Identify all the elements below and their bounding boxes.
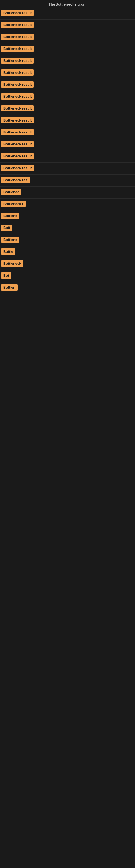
bottleneck-badge[interactable]: Bottlenec bbox=[1, 189, 21, 195]
bottleneck-badge[interactable]: Bot bbox=[1, 272, 11, 279]
list-item: Bottleneck result bbox=[0, 151, 135, 163]
list-item: Bottleneck result bbox=[0, 8, 135, 20]
list-item: Bottleneck result bbox=[0, 20, 135, 31]
list-item: Bottleneck result bbox=[0, 91, 135, 103]
list-item: Bottle bbox=[0, 246, 135, 258]
bottleneck-badge[interactable]: Bottleneck result bbox=[1, 117, 34, 123]
bottleneck-badge[interactable]: Bottleneck result bbox=[1, 69, 34, 76]
list-item: Bottlene bbox=[0, 211, 135, 222]
bottleneck-badge[interactable]: Bottleneck result bbox=[1, 34, 34, 40]
list-item: Bottlen bbox=[0, 282, 135, 294]
bottleneck-badge[interactable]: Bottleneck result bbox=[1, 82, 34, 88]
list-item: Bottleneck result bbox=[0, 55, 135, 67]
list-item: Bottleneck r bbox=[0, 198, 135, 211]
list-item: Bottlenec bbox=[0, 187, 135, 198]
site-header: TheBottlenecker.com bbox=[0, 0, 135, 8]
bottleneck-badge[interactable]: Bottleneck result bbox=[1, 141, 34, 147]
list-item: Bottleneck res bbox=[0, 175, 135, 187]
bottleneck-badge[interactable]: Bottlene bbox=[1, 213, 19, 219]
bottleneck-badge[interactable]: Bottleneck result bbox=[1, 129, 34, 135]
bottleneck-badge[interactable]: Bottleneck result bbox=[1, 93, 34, 99]
bottleneck-badge[interactable]: Bottleneck result bbox=[1, 45, 34, 52]
bottleneck-badge[interactable]: Bottleneck result bbox=[1, 105, 34, 112]
bottleneck-badge[interactable]: Bottlen bbox=[1, 284, 17, 290]
list-item: Bot bbox=[0, 270, 135, 282]
list-item: Bottleneck bbox=[0, 258, 135, 270]
bottleneck-badge[interactable]: Bottle bbox=[1, 248, 15, 255]
cursor-area bbox=[0, 305, 135, 327]
text-cursor bbox=[1, 316, 1, 321]
bottleneck-badge[interactable]: Bottleneck res bbox=[1, 177, 30, 183]
list-item: Bottleneck result bbox=[0, 127, 135, 139]
bottleneck-badge[interactable]: Bottleneck result bbox=[1, 153, 34, 159]
bottleneck-badge[interactable]: Bottleneck result bbox=[1, 22, 34, 28]
list-item: Bottleneck result bbox=[0, 67, 135, 79]
list-item: Bottlene bbox=[0, 235, 135, 246]
list-item: Bottleneck result bbox=[0, 115, 135, 127]
list-item: Bottleneck result bbox=[0, 103, 135, 115]
list-item: Bottleneck result bbox=[0, 139, 135, 151]
bottleneck-badge[interactable]: Bottleneck r bbox=[1, 201, 26, 207]
bottleneck-badge[interactable]: Bott bbox=[1, 225, 12, 231]
bottleneck-badge[interactable]: Bottlene bbox=[1, 237, 19, 243]
list-item: Bottleneck result bbox=[0, 31, 135, 43]
list-item: Bottleneck result bbox=[0, 163, 135, 175]
bottleneck-badge[interactable]: Bottleneck result bbox=[1, 165, 34, 171]
bottleneck-badge[interactable]: Bottleneck result bbox=[1, 58, 34, 64]
bottleneck-badge[interactable]: Bottleneck bbox=[1, 260, 23, 267]
list-item: Bottleneck result bbox=[0, 43, 135, 55]
bottleneck-badge[interactable]: Bottleneck result bbox=[1, 10, 34, 16]
list-item: Bottleneck result bbox=[0, 79, 135, 91]
list-item: Bott bbox=[0, 222, 135, 235]
